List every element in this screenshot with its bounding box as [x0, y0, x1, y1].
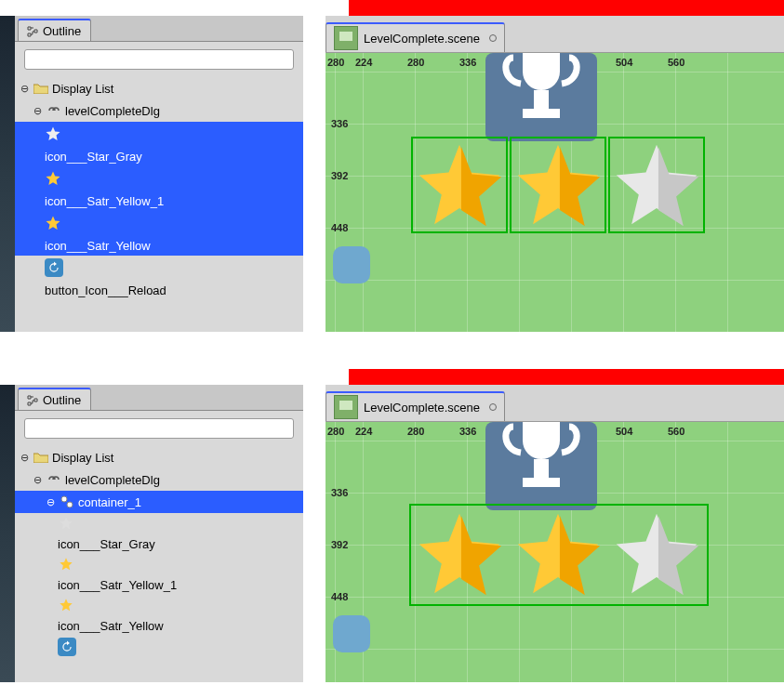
desktop-sliver: [0, 16, 15, 332]
star-yellow-sprite[interactable]: [513, 509, 603, 599]
folder-icon: [33, 80, 49, 97]
ruler-x: 224: [355, 426, 372, 437]
ruler-x: 504: [616, 426, 632, 437]
reload-icon: [45, 258, 63, 277]
tree-node-container1[interactable]: ⊖ container_1: [15, 491, 303, 513]
outline-tab-label: Outline: [43, 393, 81, 407]
ruler-x: 504: [616, 57, 632, 68]
tree-leaf-star-yellow[interactable]: [15, 211, 303, 235]
ruler-y: 336: [331, 118, 348, 129]
outline-filter-input[interactable]: [24, 418, 294, 439]
ruler-x: 280: [407, 426, 424, 437]
mid-marker-bar: [349, 369, 784, 385]
desktop-sliver: [0, 385, 15, 682]
tree-leaf-reload-label[interactable]: button_Icon___Reload: [15, 280, 303, 300]
ruler-x: 224: [355, 57, 372, 68]
container-icon: [59, 494, 75, 510]
ruler-x: 280: [327, 57, 344, 68]
tree-leaf-star-gray-label[interactable]: icon___Star_Gray: [15, 533, 303, 554]
tree-label: icon___Satr_Yellow_1: [45, 194, 164, 208]
star-yellow-icon: [45, 215, 61, 231]
scene-thumbnail-icon: [334, 26, 358, 50]
ruler-x: 336: [459, 57, 476, 68]
outline-tab[interactable]: Outline: [18, 388, 91, 410]
star-yellow-sprite[interactable]: [513, 140, 603, 230]
outline-tab-label: Outline: [43, 24, 81, 38]
tree-label: icon___Satr_Yellow_1: [58, 578, 177, 592]
trophy-icon: [485, 422, 597, 510]
star-yellow-sprite[interactable]: [415, 140, 504, 230]
scene-panel: LevelComplete.scene 280: [326, 385, 784, 682]
scene-canvas[interactable]: 280 224 280 336 392 448 504 560 336 392 …: [326, 53, 784, 332]
star-gray-sprite[interactable]: [612, 140, 701, 230]
tree-root-display-list[interactable]: ⊖ Display List: [15, 77, 303, 99]
tree-leaf-star-yellow[interactable]: [15, 595, 303, 615]
tree-leaf-reload-icon[interactable]: [15, 256, 303, 280]
tree-leaf-reload-icon[interactable]: [15, 636, 303, 658]
tree-leaf-star-yellow-label[interactable]: icon___Satr_Yellow: [15, 615, 303, 636]
scene-thumbnail-icon: [334, 395, 358, 419]
tree-root-display-list[interactable]: ⊖ Display List: [15, 446, 303, 468]
tree-leaf-star-gray-label[interactable]: icon___Star_Gray: [15, 146, 303, 166]
reload-icon: [58, 638, 76, 656]
scene-panel: LevelComplete.scene 28: [326, 16, 784, 332]
folder-icon: [33, 449, 49, 466]
dirty-indicator-icon: [489, 403, 497, 411]
collapse-icon[interactable]: ⊖: [32, 474, 43, 486]
scene-tab-bar: LevelComplete.scene: [326, 385, 784, 422]
scene-tab[interactable]: LevelComplete.scene: [326, 391, 505, 421]
ruler-x: 560: [668, 57, 684, 68]
ruler-y: 448: [331, 591, 348, 602]
scene-tab[interactable]: LevelComplete.scene: [326, 22, 505, 52]
tree-label: levelCompleteDlg: [65, 473, 160, 487]
scene-canvas[interactable]: 280 224 280 336 392 448 504 560 336 392 …: [326, 422, 784, 682]
trophy-card: [485, 422, 597, 510]
collapse-icon[interactable]: ⊖: [32, 105, 43, 117]
star-yellow-icon: [58, 597, 74, 613]
scene-tab-label: LevelComplete.scene: [364, 401, 480, 415]
tree-leaf-star-gray[interactable]: [15, 513, 303, 533]
star-gray-icon: [58, 515, 74, 532]
svg-point-3: [67, 502, 73, 507]
outline-filter-input[interactable]: [24, 49, 294, 70]
outline-tab-bar: Outline: [15, 16, 303, 42]
star-gray-sprite[interactable]: [612, 509, 701, 599]
collapse-icon[interactable]: ⊖: [45, 496, 56, 508]
collapse-icon[interactable]: ⊖: [19, 83, 30, 95]
tree-node-levelcompletedlg[interactable]: ⊖ levelCompleteDlg: [15, 99, 303, 122]
tree-leaf-star-yellow-1[interactable]: [15, 554, 303, 574]
svg-rect-1: [339, 32, 352, 41]
tree-label: icon___Satr_Yellow: [58, 619, 164, 633]
svg-rect-5: [339, 401, 352, 410]
tree-label: container_1: [78, 495, 141, 509]
collapse-icon[interactable]: ⊖: [19, 452, 30, 464]
ruler-y: 392: [331, 170, 348, 181]
trophy-card: [485, 53, 597, 141]
star-gray-icon: [45, 125, 61, 142]
tree-leaf-star-yellow-label[interactable]: icon___Satr_Yellow: [15, 235, 303, 256]
top-marker-bar: [349, 0, 784, 16]
tree-label: button_Icon___Reload: [45, 283, 166, 297]
tree-leaf-star-yellow-1[interactable]: [15, 166, 303, 191]
scene-tab-label: LevelComplete.scene: [364, 32, 480, 46]
ruler-y: 392: [331, 539, 348, 550]
outline-tree-icon: [26, 25, 39, 38]
tree-leaf-star-gray[interactable]: [15, 122, 303, 146]
star-yellow-sprite[interactable]: [415, 509, 504, 599]
outline-tab-bar: Outline: [15, 385, 303, 411]
link-prefab-icon: [46, 102, 62, 119]
partial-sprite: [333, 615, 370, 652]
trophy-icon: [485, 53, 597, 141]
tree-label: levelCompleteDlg: [65, 104, 160, 118]
outline-panel: Outline ⊖ Display List ⊖ levelC: [15, 16, 303, 332]
outline-tab[interactable]: Outline: [18, 19, 91, 41]
link-prefab-icon: [46, 471, 62, 488]
ruler-x: 280: [407, 57, 424, 68]
tree-leaf-star-yellow-1-label[interactable]: icon___Satr_Yellow_1: [15, 574, 303, 595]
ruler-x: 336: [459, 426, 476, 437]
ruler-y: 336: [331, 487, 348, 498]
tree-node-levelcompletedlg[interactable]: ⊖ levelCompleteDlg: [15, 468, 303, 491]
tree-label: icon___Star_Gray: [58, 537, 155, 551]
outline-tree-icon: [26, 394, 39, 407]
tree-leaf-star-yellow-1-label[interactable]: icon___Satr_Yellow_1: [15, 191, 303, 211]
